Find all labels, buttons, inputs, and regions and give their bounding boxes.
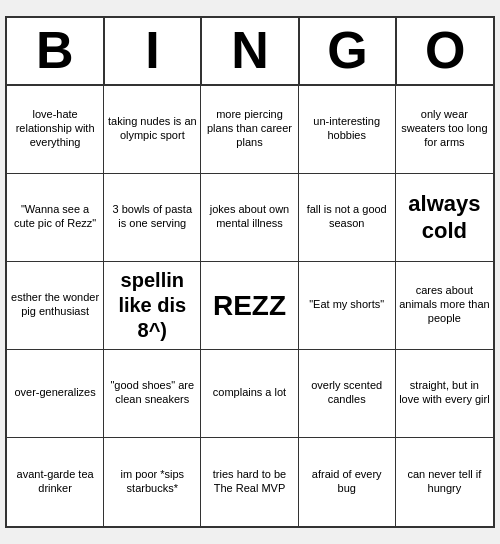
bingo-cell-0[interactable]: love-hate relationship with everything bbox=[7, 86, 104, 174]
bingo-grid: love-hate relationship with everythingta… bbox=[7, 86, 493, 526]
header-n: N bbox=[202, 18, 300, 83]
bingo-cell-21[interactable]: im poor *sips starbucks* bbox=[104, 438, 201, 526]
bingo-cell-12[interactable]: REZZ bbox=[201, 262, 298, 350]
bingo-header: B I N G O bbox=[7, 18, 493, 85]
bingo-cell-20[interactable]: avant-garde tea drinker bbox=[7, 438, 104, 526]
bingo-cell-5[interactable]: "Wanna see a cute pic of Rezz" bbox=[7, 174, 104, 262]
bingo-cell-23[interactable]: afraid of every bug bbox=[299, 438, 396, 526]
bingo-cell-16[interactable]: "good shoes" are clean sneakers bbox=[104, 350, 201, 438]
header-g: G bbox=[300, 18, 398, 83]
header-i: I bbox=[105, 18, 203, 83]
bingo-cell-6[interactable]: 3 bowls of pasta is one serving bbox=[104, 174, 201, 262]
bingo-cell-11[interactable]: spellin like dis 8^) bbox=[104, 262, 201, 350]
bingo-cell-8[interactable]: fall is not a good season bbox=[299, 174, 396, 262]
bingo-card: B I N G O love-hate relationship with ev… bbox=[5, 16, 495, 527]
bingo-cell-3[interactable]: un-interesting hobbies bbox=[299, 86, 396, 174]
bingo-cell-13[interactable]: "Eat my shorts" bbox=[299, 262, 396, 350]
bingo-cell-24[interactable]: can never tell if hungry bbox=[396, 438, 493, 526]
bingo-cell-4[interactable]: only wear sweaters too long for arms bbox=[396, 86, 493, 174]
bingo-cell-10[interactable]: esther the wonder pig enthusiast bbox=[7, 262, 104, 350]
bingo-cell-2[interactable]: more piercing plans than career plans bbox=[201, 86, 298, 174]
header-b: B bbox=[7, 18, 105, 83]
bingo-cell-19[interactable]: straight, but in love with every girl bbox=[396, 350, 493, 438]
bingo-cell-9[interactable]: always cold bbox=[396, 174, 493, 262]
bingo-cell-17[interactable]: complains a lot bbox=[201, 350, 298, 438]
bingo-cell-15[interactable]: over-generalizes bbox=[7, 350, 104, 438]
bingo-cell-22[interactable]: tries hard to be The Real MVP bbox=[201, 438, 298, 526]
bingo-cell-7[interactable]: jokes about own mental illness bbox=[201, 174, 298, 262]
header-o: O bbox=[397, 18, 493, 83]
bingo-cell-1[interactable]: taking nudes is an olympic sport bbox=[104, 86, 201, 174]
bingo-cell-14[interactable]: cares about animals more than people bbox=[396, 262, 493, 350]
bingo-cell-18[interactable]: overly scented candles bbox=[299, 350, 396, 438]
